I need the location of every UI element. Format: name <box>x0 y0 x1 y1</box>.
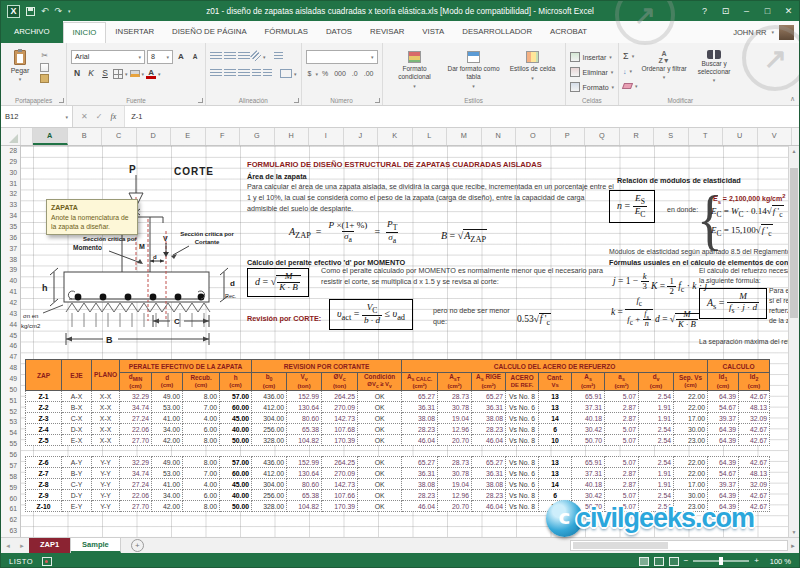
cell-as-small[interactable]: 2.87 <box>605 468 639 479</box>
cell-cant[interactable]: 10 <box>539 501 572 512</box>
cell-comment-note[interactable]: ZAPATA Anote la nomenclatura de la zapat… <box>46 199 138 235</box>
cell-eje[interactable]: B-Y <box>62 468 92 479</box>
cell-zap[interactable]: Z-3 <box>26 413 62 424</box>
cell-eje[interactable]: A-X <box>62 391 92 402</box>
column-header[interactable]: K <box>378 128 413 145</box>
cell-ld2[interactable]: 42.67 <box>739 501 770 512</box>
cell-d[interactable]: 41.00 <box>152 479 183 490</box>
prev-sheet-icon[interactable]: ◄ <box>1 543 15 549</box>
cell-plano[interactable]: X-X <box>92 413 120 424</box>
cell-dv[interactable]: 2.54 <box>639 435 674 446</box>
cell-vv[interactable]: 104.82 <box>287 435 322 446</box>
column-header[interactable]: D <box>137 128 172 145</box>
comma-style-button[interactable]: 000 <box>332 70 348 77</box>
cell-ovc[interactable]: 142.73 <box>322 413 358 424</box>
align-right-icon[interactable] <box>238 69 250 78</box>
cell-zap[interactable]: Z-8 <box>26 479 62 490</box>
format-painter-icon[interactable] <box>40 74 49 83</box>
cell-acero[interactable]: Vs No. 6 <box>506 413 539 424</box>
cell-cant[interactable]: 13 <box>539 402 572 413</box>
select-all-corner[interactable] <box>1 128 21 145</box>
cell-as[interactable]: 30.42 <box>572 424 605 435</box>
tab-acrobat[interactable]: ACROBAT <box>541 22 596 43</box>
cell-acero[interactable]: Vs No. 8 <box>506 424 539 435</box>
maximize-button[interactable]: □ <box>757 1 778 21</box>
cell-as-calc[interactable]: 38.08 <box>402 479 438 490</box>
sub-header[interactable]: Recub.(cm) <box>183 373 220 391</box>
cell-ovc[interactable]: 107.68 <box>322 424 358 435</box>
cell-ld1[interactable]: 54.67 <box>708 468 739 479</box>
cell-recub[interactable]: 4.00 <box>183 413 220 424</box>
column-header[interactable]: H <box>275 128 310 145</box>
font-color-icon[interactable]: A <box>146 69 156 79</box>
cell-as[interactable]: 37.31 <box>572 402 605 413</box>
cell-ld2[interactable]: 32.09 <box>739 479 770 490</box>
dialog-launcher-icon[interactable] <box>198 98 203 103</box>
cell-sep[interactable]: 30.00 <box>674 424 708 435</box>
cell-cant[interactable]: 6 <box>539 424 572 435</box>
cell-ovc[interactable]: 264.25 <box>322 391 358 402</box>
cell-recub[interactable]: 7.00 <box>183 468 220 479</box>
format-as-table-button[interactable]: Dar formato como tabla▾ <box>446 46 502 95</box>
insert-cells-button[interactable]: Insertar▾ <box>570 50 615 64</box>
name-box[interactable]: B12 ▾ <box>1 106 73 127</box>
clear-button[interactable]: ▾ <box>623 79 638 93</box>
horizontal-scrollbar[interactable] <box>570 540 788 551</box>
cell-eje[interactable]: E-Y <box>62 501 92 512</box>
increase-decimal-button[interactable]: .0 <box>350 70 360 77</box>
cell-b0[interactable]: 256.00 <box>252 490 287 501</box>
tab-diseno-pagina[interactable]: DISEÑO DE PÁGINA <box>163 22 256 43</box>
sheet-tab-zap1[interactable]: ZAP1 <box>29 538 71 553</box>
cell-dv[interactable]: 1.91 <box>639 413 674 424</box>
page-layout-view-icon[interactable] <box>654 557 664 566</box>
cell-zap[interactable]: Z-6 <box>26 457 62 468</box>
fill-button[interactable]: ↓▾ <box>623 64 638 78</box>
cell-ast[interactable]: 12.96 <box>438 490 472 501</box>
column-header[interactable]: M <box>447 128 482 145</box>
increase-indent-icon[interactable] <box>263 69 272 78</box>
formula-input[interactable]: Z-1 <box>125 106 799 127</box>
cell-acero[interactable]: Vs No. 8 <box>506 501 539 512</box>
cell-ld1[interactable]: 64.39 <box>708 435 739 446</box>
scrollbar-thumb[interactable] <box>573 542 668 549</box>
grow-font-button[interactable]: A <box>175 50 187 63</box>
bold-button[interactable]: N <box>71 67 83 80</box>
merge-center-icon[interactable] <box>280 69 292 78</box>
cut-icon[interactable]: ✂ <box>38 50 51 61</box>
cell-h[interactable]: 50.00 <box>220 501 252 512</box>
cell-zap[interactable]: Z-2 <box>26 402 62 413</box>
find-select-button[interactable]: Buscar y seleccionar▾ <box>691 46 738 95</box>
dialog-launcher-icon[interactable] <box>375 98 380 103</box>
table-row[interactable]: Z-8 C-Y Y-Y 27.24 41.00 4.00 45.00 304.0… <box>26 479 770 490</box>
column-header[interactable]: G <box>240 128 275 145</box>
next-sheet-icon[interactable]: ► <box>15 543 29 549</box>
zoom-in-button[interactable]: + <box>754 557 759 565</box>
column-header[interactable]: J <box>344 128 379 145</box>
tab-desarrollador[interactable]: DESARROLLADOR <box>453 22 541 43</box>
cancel-icon[interactable]: ✕ <box>81 112 88 121</box>
sub-header[interactable]: ACERODE REF. <box>506 373 539 391</box>
align-middle-icon[interactable] <box>224 52 236 61</box>
cell-ld1[interactable]: 39.37 <box>708 413 739 424</box>
cell-condicion[interactable]: OK <box>358 391 402 402</box>
cell-h[interactable]: 60.00 <box>220 468 252 479</box>
column-header[interactable]: S <box>654 128 689 145</box>
cell-as-calc[interactable]: 38.08 <box>402 413 438 424</box>
cell-d[interactable]: 49.00 <box>152 457 183 468</box>
sub-header[interactable]: As CALC.(cm²) <box>402 373 438 391</box>
cell-cant[interactable]: 13 <box>539 457 572 468</box>
cell-dv[interactable]: 2.54 <box>639 501 674 512</box>
cell-vv[interactable]: 80.60 <box>287 479 322 490</box>
borders-icon[interactable] <box>113 69 123 79</box>
undo-icon[interactable]: ↶ <box>41 6 49 16</box>
cell-zap[interactable]: Z-1 <box>26 391 62 402</box>
cell-sep[interactable]: 22.00 <box>674 402 708 413</box>
cell-as-small[interactable]: 5.07 <box>605 391 639 402</box>
cell-h[interactable]: 57.00 <box>220 457 252 468</box>
cell-as-calc[interactable]: 36.31 <box>402 468 438 479</box>
delete-cells-button[interactable]: Eliminar▾ <box>570 65 615 79</box>
cell-ovc[interactable]: 107.66 <box>322 490 358 501</box>
cell-as-rige[interactable]: 65.27 <box>472 391 506 402</box>
cell-h[interactable]: 45.00 <box>220 413 252 424</box>
cell-sep[interactable]: 22.00 <box>674 468 708 479</box>
